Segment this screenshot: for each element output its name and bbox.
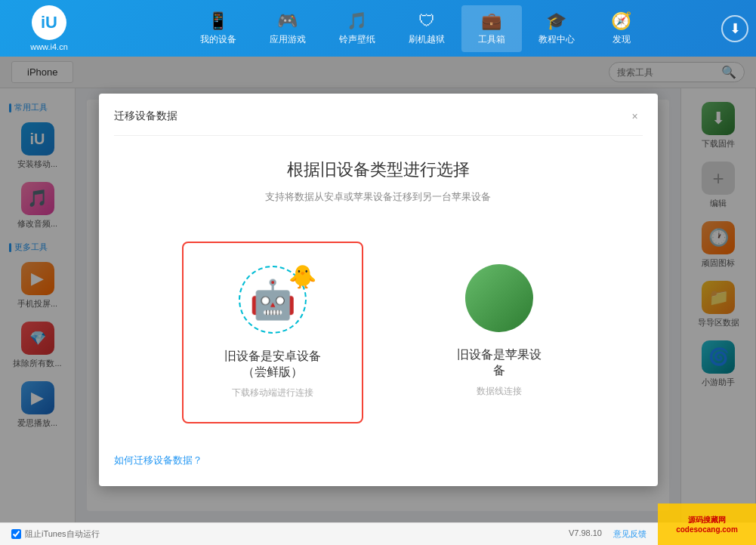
apple-option-subtitle: 数据线连接	[477, 385, 522, 398]
apple-icon-wrap	[465, 264, 533, 332]
modal-subtitle: 支持将数据从安卓或苹果设备迁移到另一台苹果设备	[114, 190, 643, 204]
nav-toolbox-icon: 💼	[481, 11, 501, 31]
nav-toolbox[interactable]: 💼 工具箱	[461, 5, 522, 52]
feedback-link[interactable]: 意见反馈	[613, 528, 646, 540]
modal-main-title: 根据旧设备类型进行选择	[114, 159, 643, 181]
nav-jailbreak-label: 刷机越狱	[409, 33, 445, 46]
nav-apps-games[interactable]: 🎮 应用游戏	[253, 5, 322, 52]
nav-discover[interactable]: 🧭 发现	[591, 5, 652, 52]
nav-jailbreak-icon: 🛡	[418, 11, 435, 31]
logo-area: iU www.i4.cn	[8, 5, 91, 51]
duck-emoji: 🐥	[289, 263, 316, 290]
version-text: V7.98.10	[569, 528, 602, 540]
android-option[interactable]: 🤖 🐥 旧设备是安卓设备（尝鲜版） 下载移动端进行连接	[182, 242, 363, 423]
android-option-subtitle: 下载移动端进行连接	[232, 386, 313, 399]
nav-toolbox-label: 工具箱	[478, 33, 505, 46]
migrate-modal: 迁移设备数据 × 根据旧设备类型进行选择 支持将数据从安卓或苹果设备迁移到另一台…	[99, 94, 658, 486]
version-info: V7.98.10 意见反馈	[569, 528, 646, 540]
download-button[interactable]: ⬇	[721, 15, 748, 42]
app-header: iU www.i4.cn 📱 我的设备 🎮 应用游戏 🎵 铃声壁纸 🛡 刷机越狱…	[0, 0, 756, 57]
nav-my-device-label: 我的设备	[200, 33, 236, 46]
nav-bar: 📱 我的设备 🎮 应用游戏 🎵 铃声壁纸 🛡 刷机越狱 💼 工具箱 🎓 教程中心…	[113, 5, 721, 52]
nav-tutorials[interactable]: 🎓 教程中心	[522, 5, 591, 52]
nav-my-device[interactable]: 📱 我的设备	[184, 5, 253, 52]
device-options: 🤖 🐥 旧设备是安卓设备（尝鲜版） 下载移动端进行连接 旧设备是苹果设备 数据线…	[114, 242, 643, 423]
modal-overlay[interactable]: 迁移设备数据 × 根据旧设备类型进行选择 支持将数据从安卓或苹果设备迁移到另一台…	[0, 57, 756, 522]
nav-ringtones-label: 铃声壁纸	[339, 33, 375, 46]
watermark: 源码搜藏网 codesocang.com	[658, 503, 756, 545]
modal-close-button[interactable]: ×	[628, 109, 643, 124]
nav-my-device-icon: 📱	[208, 11, 228, 31]
nav-tutorials-label: 教程中心	[538, 33, 575, 46]
watermark-url: codesocang.com	[676, 525, 738, 534]
android-option-title: 旧设备是安卓设备（尝鲜版）	[214, 349, 332, 380]
apple-option[interactable]: 旧设备是苹果设备 数据线连接	[424, 242, 575, 423]
android-icon-wrap: 🤖 🐥	[239, 266, 307, 334]
nav-ringtones-icon: 🎵	[347, 11, 367, 31]
how-to-link[interactable]: 如何迁移设备数据？	[114, 454, 643, 467]
nav-discover-icon: 🧭	[611, 11, 631, 31]
logo-icon: iU	[32, 5, 66, 40]
status-bar: 阻止iTunes自动运行 V7.98.10 意见反馈	[0, 522, 756, 545]
nav-apps-icon: 🎮	[277, 11, 298, 31]
header-right: ⬇	[721, 15, 748, 42]
apple-option-title: 旧设备是苹果设备	[454, 347, 545, 379]
nav-jailbreak[interactable]: 🛡 刷机越狱	[392, 5, 461, 52]
watermark-text: 源码搜藏网	[688, 515, 726, 525]
logo-text: www.i4.cn	[30, 42, 68, 51]
nav-discover-label: 发现	[613, 33, 631, 46]
itunes-checkbox-area[interactable]: 阻止iTunes自动运行	[11, 528, 100, 540]
modal-header: 迁移设备数据 ×	[114, 109, 643, 136]
itunes-label: 阻止iTunes自动运行	[25, 528, 100, 540]
nav-apps-label: 应用游戏	[270, 33, 306, 46]
modal-title: 迁移设备数据	[114, 109, 177, 123]
nav-ringtones[interactable]: 🎵 铃声壁纸	[322, 5, 392, 52]
itunes-checkbox[interactable]	[11, 529, 21, 539]
nav-tutorials-icon: 🎓	[546, 11, 566, 31]
